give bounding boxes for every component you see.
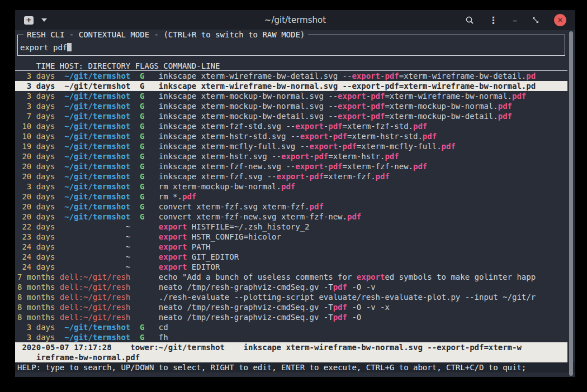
entry-directory: ~/git/termshot xyxy=(60,192,130,202)
history-row[interactable]: 3 days~/git/termshotGinkscape xterm-wire… xyxy=(15,81,567,91)
entry-time: 20 days xyxy=(17,161,55,171)
table-header: TIME HOST: DIRECTORY FLAGS COMMAND-LINE xyxy=(15,61,567,71)
history-row[interactable]: 20 days~/git/termshotGinkscape xterm-fzf… xyxy=(15,171,567,181)
restore-button[interactable] xyxy=(532,16,539,24)
entry-directory: ~/git/termshot xyxy=(60,171,130,181)
entry-time: 3 days xyxy=(17,181,55,192)
history-row[interactable]: 8 monthsdell:~/git/reshneato /tmp/resh-g… xyxy=(15,282,567,292)
command-segment: pd xyxy=(526,82,536,90)
history-row[interactable]: 3 days~/git/termshotGinkscape xterm-mock… xyxy=(15,91,567,101)
entry-command: export GIT_EDITOR xyxy=(159,252,565,262)
kebab-menu-icon: ⋮ xyxy=(489,15,498,26)
history-row[interactable]: 3 days~/git/termshotGcd xyxy=(15,322,567,332)
command-segment: =xterm-wireframe-bw-normal. xyxy=(385,92,512,101)
entry-flags xyxy=(140,302,144,312)
entry-command: export HISTFILE=~/.zsh_history_2 xyxy=(159,222,565,232)
command-segment: - xyxy=(366,112,371,121)
command-segment: fh xyxy=(159,333,168,342)
entry-flags: G xyxy=(140,181,144,192)
command-segment: pdf xyxy=(385,152,399,161)
history-row[interactable]: 7 days~/git/termshotGinkscape xterm-mock… xyxy=(15,111,567,121)
entry-flags xyxy=(140,222,144,232)
entry-time: 3 days xyxy=(17,91,55,101)
history-row[interactable]: 24 days~export PATH xyxy=(15,242,567,252)
command-segment: export xyxy=(159,252,187,261)
command-segment: inkscape xterm-mcfly-full.svg -- xyxy=(159,142,310,151)
history-row[interactable]: 24 days~export EDITOR xyxy=(15,262,567,272)
command-segment: inkscape xterm-hstr-std.svg -- xyxy=(159,132,300,141)
history-row[interactable]: 10 days~/git/termshotGinkscape xterm-hst… xyxy=(15,131,567,141)
entry-command: export PATH xyxy=(159,242,565,252)
entry-flags: G xyxy=(140,71,144,81)
command-segment: ed symbols to make golinter happ xyxy=(385,273,536,281)
command-segment: =xterm-fzf. xyxy=(324,172,376,181)
command-segment: inkscape xterm-fzf.svg -- xyxy=(159,172,277,181)
history-row[interactable]: 3 days~/git/termshotGfh xyxy=(15,332,567,342)
entry-flags: G xyxy=(140,131,144,141)
history-row[interactable]: 20 days~/git/termshotGinkscape xterm-hst… xyxy=(15,151,567,161)
entry-time: 3 days xyxy=(17,332,55,342)
scrollbar-thumb[interactable] xyxy=(569,31,573,376)
terminal-window: + ~/git/termshot ⋮ – xyxy=(15,10,575,377)
history-row[interactable]: 22 days~export HISTFILE=~/.zsh_history_2 xyxy=(15,222,567,232)
entry-time: 20 days xyxy=(17,192,55,202)
entry-flags xyxy=(140,252,144,262)
minimize-button[interactable]: – xyxy=(513,15,517,26)
command-segment: export xyxy=(159,222,187,231)
command-segment: pdf xyxy=(385,82,399,90)
command-segment: pdf xyxy=(413,122,427,131)
command-segment: export xyxy=(295,162,324,171)
history-row[interactable]: 3 days~/git/termshotGinkscape xterm-mock… xyxy=(15,101,567,111)
entry-directory: ~/git/termshot xyxy=(60,101,130,111)
history-row[interactable]: 23 days~export HSTR_CONFIG=hicolor xyxy=(15,232,567,242)
entry-command: inkscape xterm-mockup-bw-normal.svg --ex… xyxy=(159,91,565,101)
history-row[interactable]: 20 days~/git/termshotGconvert xterm-fzf.… xyxy=(15,202,567,212)
chevron-down-icon[interactable] xyxy=(41,18,47,22)
entry-directory: ~/git/termshot xyxy=(60,111,130,121)
entry-directory: ~/git/termshot xyxy=(60,131,130,141)
command-segment: export xyxy=(277,172,305,181)
entry-flags: G xyxy=(140,212,144,222)
history-row[interactable]: 20 days~/git/termshotGconvert xterm-fzf-… xyxy=(15,212,567,222)
new-tab-button[interactable]: + xyxy=(24,16,34,25)
history-row[interactable]: 3 days~/git/termshotGinkscape xterm-wire… xyxy=(15,71,567,81)
terminal-content[interactable]: RESH CLI - CONTEXTUAL MODE - (CTRL+R to … xyxy=(15,30,575,377)
entry-command: inkscape xterm-fzf.svg --export-pdf=xter… xyxy=(159,171,565,181)
entry-command: inkscape xterm-fzf-new.svg --export-pdf=… xyxy=(159,161,565,171)
history-row[interactable]: 24 days~export GIT_EDITOR xyxy=(15,252,567,262)
restore-icon xyxy=(532,16,539,24)
minimize-icon: – xyxy=(513,15,517,26)
history-row[interactable]: 7 monthsdell:~/git/reshecho "Add a bunch… xyxy=(15,272,567,282)
command-segment: HSTR_CONFIG=hicolor xyxy=(187,232,281,241)
entry-directory: ~ xyxy=(60,222,130,232)
entry-command: neato /tmp/resh-graphviz-cmdSeq.gv -Tpdf… xyxy=(159,302,565,312)
entry-time: 10 days xyxy=(17,121,55,131)
history-row[interactable]: 19 days~/git/termshotGinkscape xterm-mcf… xyxy=(15,141,567,151)
command-segment: pdf xyxy=(512,92,526,101)
command-segment: - xyxy=(328,132,333,141)
command-segment: export xyxy=(159,242,187,251)
command-segment: pdf xyxy=(498,102,512,111)
history-row[interactable]: 8 monthsdell:~/git/reshneato /tmp/resh-g… xyxy=(15,302,567,312)
entry-flags xyxy=(140,272,144,282)
command-segment: cd xyxy=(159,323,168,332)
text-cursor xyxy=(67,43,72,51)
menu-button[interactable]: ⋮ xyxy=(489,15,498,26)
entry-flags: G xyxy=(140,111,144,121)
entry-directory: dell:~/git/resh xyxy=(60,282,130,292)
command-segment: inkscape xterm-wireframe-bw-detail.svg -… xyxy=(159,71,352,80)
history-row[interactable]: 10 days~/git/termshotGinkscape xterm-fzf… xyxy=(15,121,567,131)
close-button[interactable]: ✕ xyxy=(554,14,566,26)
history-row[interactable]: 8 monthsdell:~/git/resh./resh-evaluate -… xyxy=(15,292,567,302)
command-segment: pdf xyxy=(333,313,347,322)
history-row[interactable]: 20 days~/git/termshotGrm *.pdf xyxy=(15,192,567,202)
history-row[interactable]: 8 monthsdell:~/git/reshneato /tmp/resh-g… xyxy=(15,312,567,322)
search-button[interactable] xyxy=(465,16,474,25)
history-row[interactable]: 3 days~/git/termshotGrm xterm-mockup-bw-… xyxy=(15,181,567,192)
entry-time: 23 days xyxy=(17,232,55,242)
entry-directory: ~/git/termshot xyxy=(60,151,130,161)
command-segment: export xyxy=(352,82,380,90)
command-segment: export xyxy=(338,102,366,111)
history-row[interactable]: 20 days~/git/termshotGinkscape xterm-fzf… xyxy=(15,161,567,171)
scrollbar[interactable] xyxy=(569,31,574,376)
